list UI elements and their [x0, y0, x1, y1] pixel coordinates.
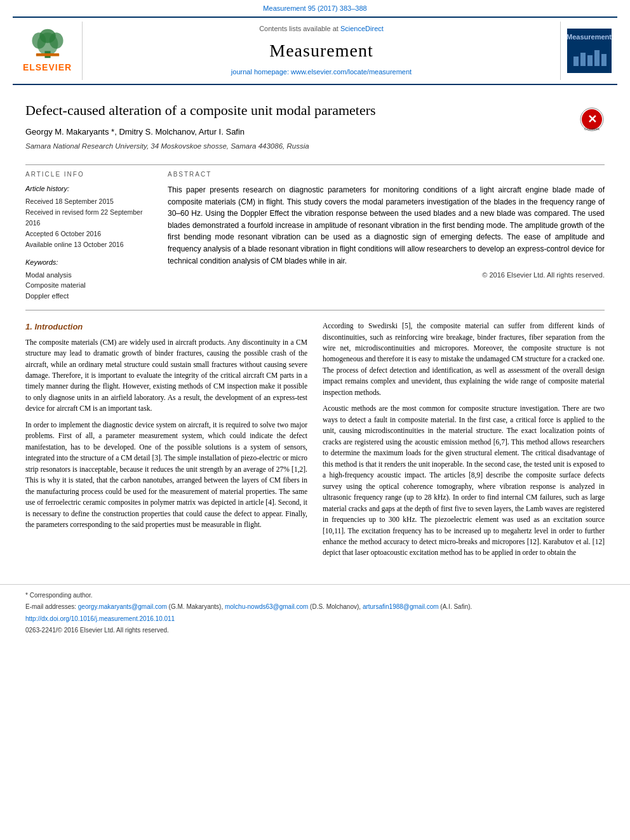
intro-col2-para-2: Acoustic methods are the most common for… — [323, 403, 605, 559]
article-title-area: Defect-caused alteration of a composite … — [25, 95, 572, 159]
intro-title: 1. Introduction — [25, 321, 307, 333]
crossmark-area: ✕ CrossMark — [579, 103, 605, 136]
doi-link[interactable]: http://dx.doi.org/10.1016/j.measurement.… — [25, 615, 175, 622]
body-content: 1. Introduction The composite materials … — [25, 321, 605, 564]
svg-text:CrossMark: CrossMark — [584, 127, 600, 131]
keyword-2: Composite material — [25, 280, 152, 291]
divider-1 — [25, 164, 605, 165]
authors: Georgy M. Makaryants *, Dmitry S. Molcha… — [25, 126, 572, 138]
keywords-section: Keywords: Modal analysis Composite mater… — [25, 258, 152, 301]
keywords-label: Keywords: — [25, 258, 152, 268]
issn-line: 0263-2241/© 2016 Elsevier Ltd. All right… — [25, 626, 605, 636]
measurement-mini-cover: Measurement — [567, 29, 612, 73]
affiliation: Samara National Research University, 34 … — [25, 141, 572, 152]
abstract-col: ABSTRACT This paper presents research on… — [168, 170, 605, 302]
copyright: © 2016 Elsevier Ltd. All rights reserved… — [168, 270, 605, 281]
svg-rect-9 — [587, 55, 593, 66]
journal-title: Measurement — [269, 38, 373, 64]
crossmark-icon: ✕ CrossMark — [579, 107, 605, 132]
article-info-abstract: ARTICLE INFO Article history: Received 1… — [25, 170, 605, 302]
abstract-text: This paper presents research on diagnost… — [168, 184, 605, 267]
history-label: Article history: — [25, 184, 152, 194]
measurement-mini-title: Measurement — [566, 32, 612, 43]
corresponding-note: * Corresponding author. — [25, 591, 605, 601]
svg-rect-8 — [580, 53, 586, 66]
email-1[interactable]: georgy.makaryants@gmail.com — [78, 603, 167, 610]
main-content: Defect-caused alteration of a composite … — [0, 85, 630, 574]
svg-rect-10 — [594, 50, 600, 66]
article-info-col: ARTICLE INFO Article history: Received 1… — [25, 170, 152, 302]
article-history: Article history: Received 18 September 2… — [25, 184, 152, 250]
svg-rect-5 — [36, 53, 58, 57]
elsevier-logo-area: ELSEVIER — [13, 22, 83, 80]
doi-line: http://dx.doi.org/10.1016/j.measurement.… — [25, 615, 605, 624]
email-2[interactable]: molchu-nowds63@gmail.com — [225, 603, 308, 610]
journal-header: ELSEVIER Contents lists available at Sci… — [13, 17, 617, 85]
svg-rect-11 — [601, 54, 607, 66]
body-col-right: According to Swedirski [5], the composit… — [323, 321, 605, 564]
svg-text:✕: ✕ — [587, 113, 597, 126]
abstract-heading: ABSTRACT — [168, 170, 605, 180]
email-3[interactable]: artursafin1988@gmail.com — [363, 603, 439, 610]
sciencedirect-link[interactable]: ScienceDirect — [340, 25, 384, 32]
elsevier-label: ELSEVIER — [23, 61, 72, 74]
svg-point-4 — [39, 29, 55, 43]
contents-line: Contents lists available at ScienceDirec… — [259, 24, 384, 34]
available-date: Available online 13 October 2016 — [25, 241, 124, 248]
divider-2 — [25, 310, 605, 310]
page-wrapper: Measurement 95 (2017) 383–388 ELSEVIER — [0, 0, 630, 644]
svg-rect-7 — [573, 57, 579, 66]
citation-text: Measurement 95 (2017) 383–388 — [263, 4, 366, 12]
journal-center: Contents lists available at ScienceDirec… — [83, 22, 560, 80]
journal-mini-logo: Measurement — [560, 22, 617, 80]
email-addresses: E-mail addresses: georgy.makaryants@gmai… — [25, 603, 605, 612]
title-row: Defect-caused alteration of a composite … — [25, 95, 605, 159]
elsevier-tree-icon — [25, 28, 70, 60]
intro-para-1: The composite materials (CM) are widely … — [25, 337, 307, 415]
received-date: Received 18 September 2015 — [25, 197, 114, 205]
footer: * Corresponding author. E-mail addresses… — [0, 584, 630, 644]
article-title: Defect-caused alteration of a composite … — [25, 102, 572, 120]
intro-col2-para-1: According to Swedirski [5], the composit… — [323, 321, 605, 398]
body-col-left: 1. Introduction The composite materials … — [25, 321, 307, 564]
intro-para-2: In order to implement the diagnostic dev… — [25, 420, 307, 531]
measurement-cover-icon — [570, 44, 608, 69]
citation-bar: Measurement 95 (2017) 383–388 — [0, 0, 630, 17]
accepted-date: Accepted 6 October 2016 — [25, 230, 101, 237]
article-info-heading: ARTICLE INFO — [25, 170, 152, 180]
journal-homepage: journal homepage: www.elsevier.com/locat… — [231, 67, 412, 77]
keyword-3: Doppler effect — [25, 291, 152, 302]
elsevier-logo: ELSEVIER — [23, 28, 72, 74]
revised-date: Received in revised form 22 September 20… — [25, 208, 142, 227]
keyword-1: Modal analysis — [25, 270, 152, 281]
body-two-col: 1. Introduction The composite materials … — [25, 321, 605, 564]
